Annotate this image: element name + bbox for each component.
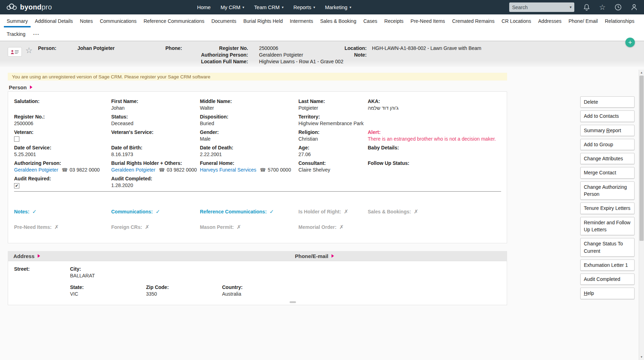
veteran-checkbox[interactable] — [14, 136, 19, 142]
chevron-down-icon: ▾ — [282, 5, 284, 9]
change-authorizing-person-button[interactable]: Change Authorizing Person — [580, 181, 634, 200]
field-middle-name: Middle Name:Walter — [200, 98, 298, 114]
search-dropdown-chevron-icon[interactable]: ▾ — [568, 5, 572, 9]
menu-marketing[interactable]: Marketing▾ — [325, 5, 351, 10]
tab-cr-locations[interactable]: CR Locations — [498, 14, 535, 27]
menu-home[interactable]: Home — [197, 5, 211, 10]
scrollbar-thumb[interactable] — [639, 76, 644, 241]
indicator-pre-need-items: Pre-Need Items:✗ — [14, 224, 111, 239]
cloud-logo-icon — [6, 3, 18, 12]
address-panel: Street: City:BALLARAT State:VIC Zip Code… — [8, 261, 507, 305]
tab-additional-details[interactable]: Additional Details — [31, 14, 76, 27]
tab-phone-email[interactable]: Phone/ Email — [565, 14, 601, 27]
field-date-of-birth: Date of Birth:8.16.1973 — [111, 145, 200, 160]
address-section-header[interactable]: Address Phone/E-mail — [8, 251, 507, 261]
field-empty — [298, 176, 368, 191]
change-attributes-button[interactable]: Change Attributes — [580, 153, 634, 164]
recent-history-clock-icon[interactable] — [614, 4, 622, 11]
field-veteran: Veteran: — [14, 129, 111, 145]
tab-sales-booking[interactable]: Sales & Booking — [317, 14, 360, 27]
user-profile-icon[interactable] — [631, 4, 638, 11]
tab-reference-communications[interactable]: Reference Communications — [140, 14, 208, 27]
tab-cremated-remains[interactable]: Cremated Remains — [449, 14, 498, 27]
field-salutation: Salutation: — [14, 98, 111, 114]
indicator-memorial-order: Memorial Order:✗ — [298, 224, 368, 239]
notifications-bell-icon[interactable] — [583, 4, 590, 11]
funeral-home-link[interactable]: Harveys Funeral Services — [200, 167, 256, 173]
indicator-sales-bookings: Sales & Bookings:✗ — [368, 208, 501, 224]
field-authorizing-person: Authorizing Person:Geraldeen Potgieter☎0… — [14, 160, 111, 176]
audit-completed-button[interactable]: Audit Completed — [580, 274, 634, 285]
menu-my-crm[interactable]: My CRM▾ — [221, 5, 244, 10]
tab-communications[interactable]: Communications — [96, 14, 140, 27]
field-street: Street: — [14, 266, 30, 279]
phone-icon: ☎ — [62, 167, 68, 173]
add-to-group-button[interactable]: Add to Group — [580, 139, 634, 150]
tab-summary[interactable]: Summary — [3, 14, 31, 27]
menu-reports[interactable]: Reports▾ — [293, 5, 315, 10]
exhumation-letter-1-button[interactable]: Exhumation Letter 1 — [580, 259, 634, 271]
phone-icon: ☎ — [260, 167, 266, 173]
tab-addresses[interactable]: Addresses — [535, 14, 565, 27]
chevron-down-icon: ▾ — [349, 5, 351, 9]
add-new-plus-button[interactable]: + — [625, 38, 635, 47]
tab-relationships[interactable]: Relationships — [601, 14, 638, 27]
cross-icon: ✗ — [236, 224, 241, 230]
favorite-record-star-icon[interactable]: ☆ — [25, 46, 33, 54]
field-country: Country:Australia — [222, 284, 242, 297]
phone-icon: ☎ — [159, 167, 165, 173]
help-button[interactable]: Help — [580, 288, 634, 299]
tab-cases[interactable]: Cases — [360, 14, 381, 27]
scrollbar-down-arrow-icon[interactable]: ▼ — [639, 354, 644, 360]
section-expand-arrow-icon — [30, 85, 32, 89]
context-authorizing-person-label: Authorizing Person: — [183, 52, 248, 58]
person-section-header[interactable]: Person — [8, 83, 507, 91]
field-first-name: First Name:Johan — [111, 98, 200, 114]
topbar-right-tools: ▾ ☆ — [509, 0, 638, 14]
vertical-scrollbar[interactable]: ▲ ▼ — [639, 70, 644, 360]
context-note-label: Note: — [324, 52, 367, 58]
tab-burial-rights-held[interactable]: Burial Rights Held — [240, 14, 286, 27]
context-person-link[interactable]: Johan Potgieter — [77, 45, 115, 51]
audit-required-checkbox[interactable]: ✔ — [14, 183, 19, 188]
field-audit-required: Audit Required:✔ — [14, 176, 111, 191]
byondpro-logo[interactable]: byondpro — [6, 3, 52, 12]
tab-notes[interactable]: Notes — [76, 14, 96, 27]
delete-button[interactable]: Delete — [580, 96, 634, 108]
phone-email-section-title: Phone/E-mail — [295, 253, 328, 259]
authorizing-person-link[interactable]: Geraldeen Potgieter — [14, 167, 58, 173]
field-audit-completed: Audit Completed:1.28.2020 — [111, 176, 200, 191]
tab-interments[interactable]: Interments — [286, 14, 317, 27]
field-alert: Alert:There is an estranged brother who … — [368, 129, 501, 145]
change-status-to-current-button[interactable]: Change Status To Current — [580, 238, 634, 257]
page: byondpro Home My CRM▾ Team CRM▾ Reports▾… — [0, 0, 644, 360]
summary-report-button[interactable]: Summary Report — [580, 125, 634, 136]
indicator-notes: Notes:✓ — [14, 208, 111, 224]
context-person-label: Person: — [38, 45, 56, 51]
contact-card-icon[interactable] — [8, 47, 22, 57]
reminder-follow-up-letters-button[interactable]: Reminder and Follow Up Letters — [580, 217, 634, 236]
search-input[interactable] — [512, 5, 567, 10]
search-box[interactable]: ▾ — [509, 2, 574, 12]
context-authorizing-person-value: Geraldeen Potgieter — [259, 52, 303, 58]
burial-rights-holder-link[interactable]: Geraldeen Potgieter — [111, 167, 155, 173]
scrollbar-up-arrow-icon[interactable]: ▲ — [639, 70, 644, 75]
tab-pre-need-items[interactable]: Pre-Need Items — [407, 14, 449, 27]
chevron-down-icon: ▾ — [313, 5, 315, 9]
record-tab-bar: Summary Additional Details Notes Communi… — [0, 14, 644, 41]
tab-overflow-ellipsis-icon[interactable]: ··· — [29, 31, 44, 37]
tab-tracking[interactable]: Tracking — [3, 31, 29, 37]
person-section-title: Person — [9, 84, 27, 90]
favorites-star-icon[interactable]: ☆ — [599, 4, 606, 11]
tab-documents[interactable]: Documents — [208, 14, 240, 27]
tab-receipts[interactable]: Receipts — [381, 14, 407, 27]
logo-text: byondpro — [20, 3, 52, 11]
tenure-expiry-letters-button[interactable]: Tenure Expiry Letters — [580, 202, 634, 214]
cross-icon: ✗ — [344, 208, 348, 214]
context-location-label: Location: — [324, 45, 367, 51]
merge-contact-button[interactable]: Merge Contact — [580, 167, 634, 178]
menu-team-crm[interactable]: Team CRM▾ — [254, 5, 284, 10]
field-date-of-service: Date of Service:5.25.2001 — [14, 145, 111, 160]
phone-email-section-header[interactable]: Phone/E-mail — [295, 251, 334, 261]
add-to-contacts-button[interactable]: Add to Contacts — [580, 110, 634, 122]
